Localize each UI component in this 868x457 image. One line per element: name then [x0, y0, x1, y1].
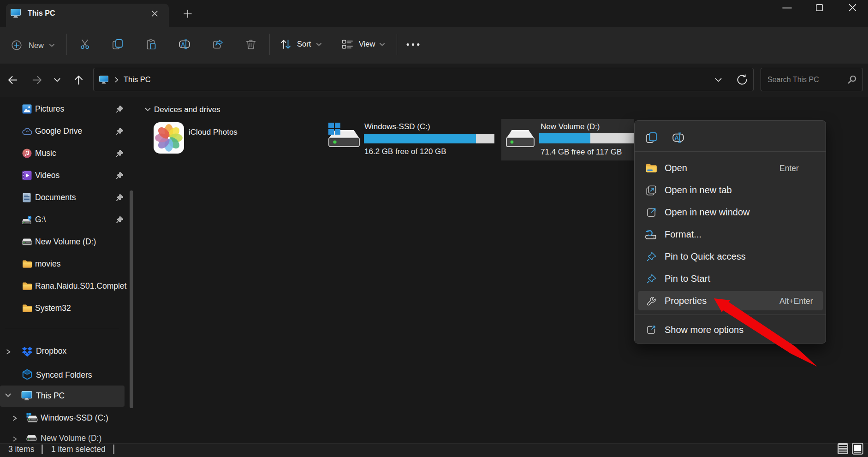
svg-text:A: A: [675, 135, 679, 142]
svg-text:A: A: [181, 42, 185, 48]
